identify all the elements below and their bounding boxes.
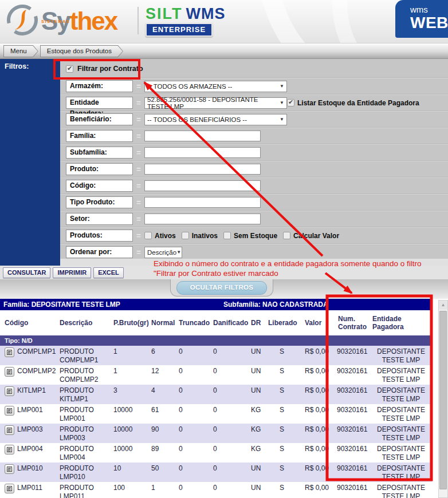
cell-valor: R$ 0,00 [298, 424, 336, 443]
checkbox-calcular-valor[interactable] [283, 232, 290, 239]
cell-num_contrato: 90320161 [336, 365, 370, 385]
cell-truncado: 0 [176, 443, 211, 463]
column-header-2: P.Bruto(gr) [111, 319, 149, 327]
contract-filter-checkbox[interactable] [66, 65, 73, 73]
consultar-button[interactable]: CONSULTAR [3, 267, 50, 278]
equals-sign: = [133, 165, 144, 173]
cell-dr: UN [247, 482, 266, 498]
scrollbar-thumb[interactable] [439, 311, 447, 489]
cell-truncado: 0 [176, 463, 211, 482]
cell-num_contrato: 90320161 [336, 443, 370, 463]
selected-option: Descrição [147, 249, 176, 256]
filter-select-armazem[interactable]: -- TODOS OS ARMAZENS --▼ [144, 81, 287, 92]
cell-descricao: PRODUTO LMP004 [57, 443, 111, 463]
wms-web-badge: wms WEB [395, 0, 448, 38]
imprimir-button[interactable]: IMPRIMIR [53, 267, 91, 278]
row-detail-icon[interactable] [5, 484, 14, 493]
filter-input-produto[interactable] [144, 164, 261, 175]
checkbox-sem-estoque[interactable] [223, 232, 231, 239]
filter-row-entidade-pagadora: Entidade Pagadora:=52.885.256/0001-58 - … [60, 94, 448, 111]
filter-row-beneficiario: Beneficiário:=-- TODOS OS BENEFICIÁRIOS … [60, 111, 448, 128]
filter-input-codigo[interactable] [144, 180, 261, 191]
cell-entidade_pagadora: DEPOSITANTE TESTE LMP [370, 482, 432, 498]
equals-sign: = [133, 132, 144, 140]
equals-sign: = [133, 231, 144, 240]
familia-header: Família: DEPOSITANTE TESTE LMP [3, 301, 120, 309]
sythex-logo: Sythex TECNOLOGIA EM SISTEMAS [6, 3, 117, 39]
filter-input-tipo-produto[interactable] [144, 197, 261, 208]
checkbox-listar-estoque[interactable] [287, 99, 294, 106]
table-row: COMPLMP1PRODUTO COMPLMP11600UNSR$ 0,0090… [0, 346, 432, 365]
row-detail-icon[interactable] [5, 425, 14, 435]
cell-p_bruto: 10000 [111, 404, 149, 424]
contract-filter-label: Filtrar por Contrato [77, 65, 143, 73]
toggle-strip: OCULTAR FILTROS [0, 279, 448, 299]
filter-row-contract: Filtrar por Contrato [60, 60, 448, 78]
row-detail-icon[interactable] [5, 464, 14, 474]
cell-codigo: COMPLMP2 [0, 365, 57, 385]
checkbox-inativos[interactable] [182, 232, 189, 239]
results-table: Família: DEPOSITANTE TESTE LMP Subfamíli… [0, 299, 448, 498]
row-detail-icon[interactable] [5, 386, 14, 396]
filter-select-beneficiario[interactable]: -- TODOS OS BENEFICIÁRIOS --▼ [144, 114, 287, 125]
cell-dr: UN [247, 365, 266, 385]
cell-danificado: 0 [211, 365, 247, 385]
cell-danificado: 0 [211, 463, 247, 482]
filter-input-familia[interactable] [144, 131, 261, 141]
cell-p_bruto: 100 [111, 482, 149, 498]
column-header-6: DR [247, 319, 266, 327]
cell-entidade_pagadora: DEPOSITANTE TESTE LMP [370, 346, 432, 365]
column-header-5: Danificado [211, 319, 247, 327]
cell-p_bruto: 10000 [111, 424, 149, 443]
cell-descricao: PRODUTO COMPLMP1 [57, 346, 111, 365]
table-row: KITLMP1PRODUTO KITLMP13400UNSR$ 0,009032… [0, 385, 432, 404]
breadcrumb-item-estoque[interactable]: Estoque dos Produtos [40, 45, 123, 57]
equals-sign: = [133, 115, 144, 124]
filter-control-produtos: AtivosInativosSem EstoqueCalcular Valor [144, 232, 345, 240]
row-detail-icon[interactable] [5, 406, 14, 416]
cell-normal: 4 [149, 385, 176, 404]
cell-liberado: S [266, 424, 298, 443]
cell-normal: 61 [149, 404, 176, 424]
filter-select-entidade-pagadora[interactable]: 52.885.256/0001-58 - DEPOSITANTE TESTE L… [144, 97, 287, 109]
cell-dr: UN [247, 346, 266, 365]
checkbox-ativos[interactable] [144, 232, 152, 239]
filter-row-tipo-produto: Tipo Produto:= [60, 194, 448, 211]
equals-sign: = [133, 181, 144, 190]
filter-label-familia: Família: [66, 130, 133, 142]
cell-codigo: LMP001 [0, 404, 57, 424]
table-scrollbar[interactable]: ▲ [438, 300, 448, 498]
cell-danificado: 0 [211, 346, 247, 365]
toggle-tab: OCULTAR FILTROS [170, 279, 273, 297]
cell-valor: R$ 0,00 [298, 365, 336, 385]
excel-button[interactable]: EXCEL [93, 267, 124, 278]
cell-dr: UN [247, 385, 266, 404]
cell-valor: R$ 0,00 [298, 443, 336, 463]
filter-row-ordenar-por: Ordenar por:=Descrição▼ [60, 244, 448, 259]
filter-row-codigo: Código:= [60, 177, 448, 194]
breadcrumb-item-menu[interactable]: Menu [3, 45, 38, 57]
row-detail-icon[interactable] [5, 445, 14, 454]
product-code: LMP010 [17, 464, 43, 473]
filter-input-subfamilia[interactable] [144, 147, 261, 158]
table-row: LMP003PRODUTO LMP003100009000KGSR$ 0,009… [0, 424, 432, 443]
row-detail-icon[interactable] [5, 347, 14, 357]
cell-entidade_pagadora: DEPOSITANTE TESTE LMP [370, 443, 432, 463]
selected-option: -- TODOS OS ARMAZENS -- [147, 83, 232, 90]
table-row: LMP011PRODUTO LMP011100100UNSR$ 0,009032… [0, 482, 432, 498]
cell-truncado: 0 [176, 365, 211, 385]
cell-valor: R$ 0,00 [298, 404, 336, 424]
product-code: COMPLMP2 [17, 367, 56, 376]
filter-row-subfamilia: Subfamília:= [60, 144, 448, 161]
equals-sign: = [133, 198, 144, 207]
cell-valor: R$ 0,00 [298, 463, 336, 482]
row-detail-icon[interactable] [5, 367, 14, 377]
filter-select-ordenar-por[interactable]: Descrição▼ [144, 247, 182, 258]
filter-input-setor[interactable] [144, 214, 261, 224]
filter-panel-title: Filtros: [0, 59, 60, 266]
cell-codigo: LMP011 [0, 482, 57, 498]
product-code: KITLMP1 [17, 386, 46, 395]
scroll-up-icon[interactable]: ▲ [439, 301, 447, 310]
hide-filters-button[interactable]: OCULTAR FILTROS [176, 281, 267, 295]
checkbox-label: Sem Estoque [234, 232, 277, 240]
